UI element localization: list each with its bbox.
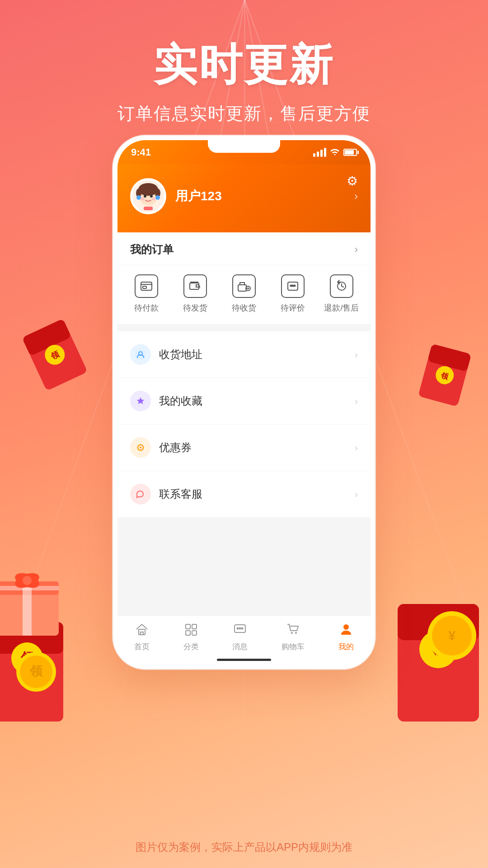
tab-pending-payment[interactable]: 待付款 bbox=[122, 274, 171, 313]
wifi-icon bbox=[330, 147, 340, 158]
svg-rect-21 bbox=[22, 319, 88, 391]
order-card: 我的订单 › 待付款 bbox=[117, 232, 371, 324]
svg-rect-0 bbox=[0, 622, 63, 722]
username: 用户123 bbox=[175, 188, 345, 205]
svg-rect-42 bbox=[143, 286, 146, 288]
svg-text:领: 领 bbox=[49, 349, 61, 361]
nav-label-category: 分类 bbox=[183, 642, 199, 652]
svg-rect-4 bbox=[0, 590, 59, 636]
nav-label-mine: 我的 bbox=[338, 642, 354, 652]
svg-point-11 bbox=[16, 652, 56, 692]
mine-icon bbox=[339, 623, 353, 639]
svg-rect-43 bbox=[190, 283, 199, 289]
svg-rect-25 bbox=[418, 344, 471, 406]
menu-list: 收货地址 › 我的收藏 › bbox=[117, 331, 371, 517]
nav-mine[interactable]: 我的 bbox=[338, 623, 354, 652]
svg-rect-5 bbox=[0, 581, 59, 595]
phone-notch bbox=[208, 140, 280, 153]
svg-point-19 bbox=[432, 616, 472, 656]
user-profile[interactable]: 用户123 › bbox=[130, 178, 358, 214]
menu-text-coupons: 优惠券 bbox=[159, 440, 347, 455]
svg-point-48 bbox=[292, 285, 294, 287]
svg-rect-26 bbox=[427, 344, 471, 372]
svg-text:领: 领 bbox=[29, 664, 43, 678]
address-icon bbox=[130, 344, 151, 365]
tab-label-3: 待评价 bbox=[281, 302, 305, 313]
favorites-icon bbox=[130, 391, 151, 411]
svg-rect-60 bbox=[141, 632, 143, 635]
svg-rect-63 bbox=[186, 631, 190, 635]
status-icons bbox=[313, 147, 357, 158]
svg-rect-64 bbox=[192, 631, 197, 635]
svg-rect-22 bbox=[22, 319, 71, 356]
status-time: 9:41 bbox=[131, 146, 151, 158]
settings-icon[interactable]: ⚙ bbox=[347, 174, 358, 189]
svg-point-70 bbox=[295, 632, 297, 634]
user-arrow: › bbox=[354, 190, 358, 203]
svg-text:领: 领 bbox=[440, 371, 450, 381]
menu-text-address: 收货地址 bbox=[159, 347, 347, 362]
order-title: 我的订单 bbox=[130, 242, 174, 257]
tab-pending-ship[interactable]: 待发货 bbox=[171, 274, 220, 313]
svg-point-56 bbox=[140, 447, 141, 448]
nav-cart[interactable]: 购物车 bbox=[282, 623, 305, 652]
menu-arrow-favorites: › bbox=[355, 396, 358, 406]
signal-icon bbox=[313, 148, 326, 157]
svg-rect-40 bbox=[144, 207, 153, 210]
menu-item-address[interactable]: 收货地址 › bbox=[117, 331, 371, 378]
svg-point-23 bbox=[42, 341, 68, 368]
order-tabs: 待付款 待发货 bbox=[117, 265, 371, 324]
svg-point-69 bbox=[291, 632, 293, 634]
disclaimer: 图片仅为案例，实际上产品以APP内规则为准 bbox=[0, 840, 488, 854]
pending-receive-icon bbox=[232, 274, 256, 298]
tab-pending-review[interactable]: 待评价 bbox=[268, 274, 317, 313]
menu-item-favorites[interactable]: 我的收藏 › bbox=[117, 378, 371, 425]
cart-icon bbox=[286, 623, 300, 639]
nav-category[interactable]: 分类 bbox=[183, 623, 199, 652]
svg-point-49 bbox=[294, 285, 296, 287]
svg-point-66 bbox=[237, 628, 239, 629]
svg-point-10 bbox=[23, 576, 32, 585]
svg-point-27 bbox=[434, 364, 456, 386]
message-icon bbox=[233, 623, 247, 639]
svg-point-37 bbox=[150, 195, 153, 198]
svg-text:领: 领 bbox=[20, 651, 34, 665]
svg-point-9 bbox=[13, 570, 41, 590]
svg-point-16 bbox=[419, 630, 457, 668]
refund-icon bbox=[330, 274, 353, 298]
tab-label-1: 待发货 bbox=[183, 302, 207, 313]
svg-point-18 bbox=[427, 611, 476, 660]
svg-point-39 bbox=[152, 198, 155, 200]
top-section: 实时更新 订单信息实时更新，售后更方便 bbox=[0, 0, 488, 125]
phone-header: ⚙ bbox=[117, 165, 371, 232]
main-title: 实时更新 bbox=[0, 36, 488, 95]
nav-message[interactable]: 消息 bbox=[232, 623, 248, 652]
pending-payment-icon bbox=[135, 274, 158, 298]
bottom-nav: 首页 分类 bbox=[117, 615, 371, 665]
pending-review-icon bbox=[281, 274, 305, 298]
menu-text-favorites: 我的收藏 bbox=[159, 394, 347, 408]
nav-label-cart: 购物车 bbox=[282, 642, 305, 652]
svg-rect-14 bbox=[398, 604, 479, 722]
coupons-icon bbox=[130, 437, 151, 458]
order-header[interactable]: 我的订单 › bbox=[117, 232, 371, 265]
tab-pending-receive[interactable]: 待收货 bbox=[220, 274, 268, 313]
svg-point-47 bbox=[291, 285, 292, 287]
svg-rect-62 bbox=[192, 624, 197, 629]
menu-item-support[interactable]: 联系客服 › bbox=[117, 471, 371, 517]
svg-point-36 bbox=[144, 195, 146, 198]
order-title-arrow: › bbox=[355, 244, 358, 255]
svg-point-71 bbox=[343, 624, 349, 630]
menu-arrow-coupons: › bbox=[355, 443, 358, 453]
nav-home[interactable]: 首页 bbox=[134, 623, 150, 652]
category-icon bbox=[184, 623, 198, 639]
tab-refund[interactable]: 退款/售后 bbox=[317, 274, 366, 313]
menu-arrow-support: › bbox=[355, 489, 358, 500]
menu-arrow-address: › bbox=[355, 349, 358, 360]
svg-point-35 bbox=[155, 195, 160, 200]
svg-point-68 bbox=[242, 628, 243, 629]
menu-item-coupons[interactable]: 优惠券 › bbox=[117, 425, 371, 471]
support-icon bbox=[130, 484, 151, 505]
svg-rect-15 bbox=[398, 604, 479, 640]
main-subtitle: 订单信息实时更新，售后更方便 bbox=[0, 102, 488, 125]
